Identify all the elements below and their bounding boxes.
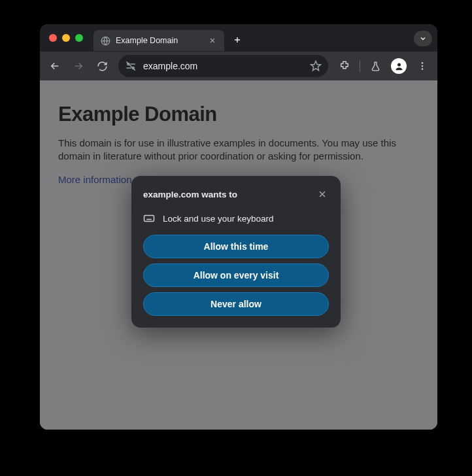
window-minimize-button[interactable] [62,34,70,42]
profile-button[interactable] [388,55,410,77]
svg-point-3 [397,63,401,66]
tab-close-button[interactable] [207,35,218,46]
tab-search-button[interactable] [414,31,432,46]
tab-strip: Example Domain [40,24,437,52]
allow-every-visit-button[interactable]: Allow on every visit [143,264,329,287]
person-icon [391,58,407,74]
site-settings-icon[interactable] [125,60,137,72]
keyboard-icon [143,212,155,224]
forward-button[interactable] [67,55,90,77]
svg-point-4 [422,62,424,64]
window-close-button[interactable] [49,34,57,42]
svg-point-6 [422,68,424,70]
extensions-button[interactable] [333,55,356,77]
window-controls [49,34,83,42]
url-text: example.com [143,61,301,71]
permission-request-row: Lock and use your keyboard [143,212,329,224]
never-allow-button[interactable]: Never allow [143,292,329,316]
toolbar-separator [360,60,360,72]
new-tab-button[interactable] [228,31,246,49]
window-maximize-button[interactable] [75,34,83,42]
permission-close-button[interactable] [316,188,329,201]
globe-icon [100,35,110,46]
menu-button[interactable] [411,55,433,77]
reload-button[interactable] [91,55,113,77]
svg-rect-7 [144,216,154,222]
bookmark-button[interactable] [307,58,324,75]
svg-point-5 [422,65,424,67]
permission-request-text: Lock and use your keyboard [163,214,274,224]
permission-header: example.com wants to [143,188,329,201]
labs-button[interactable] [364,55,386,77]
permission-title: example.com wants to [143,190,237,199]
browser-tab[interactable]: Example Domain [93,30,224,51]
browser-window: Example Domain example.com [40,24,437,430]
tab-title: Example Domain [116,36,202,45]
back-button[interactable] [44,55,66,77]
address-bar[interactable]: example.com [118,55,328,77]
allow-this-time-button[interactable]: Allow this time [143,235,329,258]
toolbar: example.com [40,52,437,80]
permission-dialog: example.com wants to Lock and use your k… [131,176,341,328]
